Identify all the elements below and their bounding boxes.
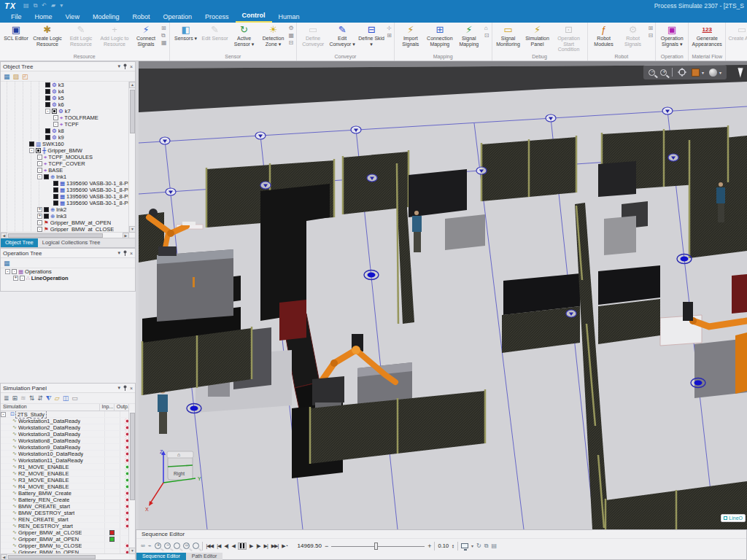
tree-expander[interactable]: + bbox=[13, 276, 18, 281]
object-tree[interactable]: ⚙k3⚙k4⚙k5⚙k6-⚙k7⌖TOOLFRAME⌖TCPF⚙k8⚙k9▥SW… bbox=[1, 82, 129, 233]
ribbon-small-icon[interactable]: ⊟ bbox=[649, 32, 654, 39]
close-icon[interactable]: × bbox=[130, 64, 133, 69]
gantt-zoom-selection-icon[interactable] bbox=[193, 542, 199, 549]
tree-checkbox[interactable] bbox=[44, 207, 49, 212]
ribbon-small-icon[interactable]: ⌂ bbox=[484, 25, 489, 31]
ribbon-button-create-logic-resource[interactable]: ✱Create Logic Resource bbox=[31, 23, 64, 47]
ribbon-button-signal-monitoring[interactable]: ▭Signal Monitoring bbox=[494, 23, 523, 47]
tree-checkbox[interactable] bbox=[53, 194, 58, 199]
step-forward-end-button[interactable]: ▶| bbox=[263, 543, 268, 549]
operation-floating-label[interactable]: LineO bbox=[721, 514, 746, 522]
tree-item-k4[interactable]: ⚙k4 bbox=[1, 88, 129, 95]
tree-item-tcpf-modules[interactable]: ⌖TCPF_MODULES bbox=[1, 154, 129, 160]
menu-tab-home[interactable]: Home bbox=[28, 12, 59, 23]
tree-checkbox[interactable] bbox=[53, 187, 58, 192]
chevron-down-icon[interactable]: ▾ bbox=[471, 543, 473, 548]
play-backward-button[interactable]: ◀ bbox=[231, 543, 236, 549]
jump-to-end-button[interactable]: ▶▶| bbox=[271, 543, 279, 549]
ribbon-small-icon[interactable]: ▦ bbox=[289, 32, 295, 39]
simulation-signal-list[interactable]: -⊡2TS_Study∿Workstation1_DataReady∿Works… bbox=[1, 411, 129, 554]
menu-tab-robot[interactable]: Robot bbox=[125, 12, 156, 23]
tree-checkbox[interactable] bbox=[45, 128, 50, 133]
gantt-zoom-out-icon[interactable]: − bbox=[164, 542, 171, 549]
quick-access-icon[interactable]: ⧉ bbox=[34, 2, 38, 9]
tree-item-toolframe[interactable]: ⌖TOOLFRAME bbox=[1, 114, 129, 121]
tree-item-swk160[interactable]: ▥SWK160 bbox=[1, 141, 129, 147]
tree-item-k3[interactable]: ⚙k3 bbox=[1, 82, 129, 88]
tree-item-gripper-bmw-at-open[interactable]: ⚑Gripper_BMW_at_OPEN bbox=[1, 219, 129, 226]
tree-expander[interactable]: + bbox=[37, 207, 42, 212]
tree-checkbox[interactable] bbox=[12, 269, 17, 274]
menu-tab-human[interactable]: Human bbox=[272, 12, 306, 23]
simulation-vscrollbar[interactable]: ▼ bbox=[128, 411, 135, 554]
speed-slider-thumb[interactable] bbox=[374, 542, 378, 550]
chevron-down-icon[interactable]: ▾ bbox=[702, 70, 704, 75]
step-backward-button[interactable]: ◀| bbox=[223, 543, 228, 549]
tree-checkbox[interactable] bbox=[29, 141, 34, 147]
tree-checkbox[interactable] bbox=[45, 96, 50, 101]
export-icon[interactable]: ⧉ bbox=[484, 542, 489, 550]
tab-object-tree[interactable]: Object Tree bbox=[1, 238, 38, 247]
tree-checkbox[interactable] bbox=[53, 181, 58, 186]
refresh-icon[interactable]: ↻ bbox=[476, 542, 481, 549]
ribbon-button-connection-mapping[interactable]: ⊞Connection Mapping bbox=[425, 23, 454, 47]
ribbon-button-sensors[interactable]: ◧Sensors ▾ bbox=[171, 23, 201, 42]
panel-menu-icon[interactable]: ▾ bbox=[117, 385, 120, 391]
tree-expander[interactable]: - bbox=[29, 148, 34, 153]
chevron-down-icon[interactable]: ▾ bbox=[719, 70, 721, 75]
tree-item-1395690-vasb-30-1-8-pur[interactable]: ▦1395690 VASB-30-1_8-PUR- bbox=[1, 193, 129, 200]
tree-item-lnk1[interactable]: -⊕lnk1 bbox=[1, 174, 129, 180]
ribbon-button-simulation-panel[interactable]: ⚡Simulation Panel bbox=[523, 23, 552, 47]
ribbon-button-detection-zone[interactable]: ☀Detection Zone ▾ bbox=[259, 23, 288, 47]
menu-tab-modeling[interactable]: Modeling bbox=[86, 12, 126, 23]
tree-checkbox[interactable] bbox=[53, 122, 58, 127]
panel-tool-icon[interactable]: ≣ bbox=[4, 394, 9, 402]
tree-checkbox[interactable] bbox=[45, 89, 50, 94]
menu-tab-control[interactable]: Control bbox=[236, 10, 272, 23]
time-step-spinner[interactable]: ▲▼ bbox=[452, 544, 454, 548]
unlink-intervals-icon[interactable]: ⌁ bbox=[148, 542, 152, 549]
tree-checkbox[interactable] bbox=[53, 201, 58, 206]
tree-checkbox[interactable] bbox=[52, 109, 57, 114]
tree-item-lnk2[interactable]: +⊕lnk2 bbox=[1, 206, 129, 213]
tree-checkbox[interactable] bbox=[44, 174, 49, 179]
tree-checkbox[interactable] bbox=[45, 135, 50, 140]
tree-item-operations[interactable]: -▦Operations bbox=[1, 268, 135, 275]
ribbon-small-icon[interactable]: ⧉ bbox=[161, 32, 167, 39]
panel-tool-icon[interactable]: ▱ bbox=[55, 394, 60, 402]
tree-item-tcpf-cover[interactable]: ⌖TCPF_COVER bbox=[1, 160, 129, 167]
tree-checkbox[interactable] bbox=[37, 220, 42, 225]
column-simulation[interactable]: Simulation bbox=[1, 404, 100, 411]
tree-item-1395690-vasb-30-1-8-pur[interactable]: ▦1395690 VASB-30-1_8-PUR- bbox=[1, 180, 129, 187]
tree-expander[interactable]: - bbox=[37, 174, 42, 179]
ribbon-button-robot-modules[interactable]: ƒRobot Modules bbox=[589, 23, 619, 47]
object-tree-hscrollbar[interactable]: ◀ ▶ bbox=[1, 232, 129, 238]
tree-checkbox[interactable] bbox=[37, 161, 42, 166]
panel-menu-icon[interactable]: ▾ bbox=[117, 63, 120, 69]
panel-tool-icon[interactable]: ▭ bbox=[71, 394, 78, 402]
panel-tool-icon[interactable]: ⊞ bbox=[12, 394, 18, 402]
tree-item-base[interactable]: ⌖BASE bbox=[1, 167, 129, 174]
tree-item-k8[interactable]: ⚙k8 bbox=[1, 128, 129, 134]
tree-checkbox[interactable] bbox=[53, 115, 58, 120]
ribbon-small-icon[interactable]: ⚙ bbox=[289, 25, 295, 31]
quick-access-icon[interactable]: ▤ bbox=[23, 2, 29, 9]
jump-to-start-button[interactable]: |◀◀ bbox=[206, 543, 214, 549]
panel-tool-icon[interactable]: ◰ bbox=[22, 72, 28, 81]
ribbon-small-icon[interactable]: ⊞ bbox=[387, 32, 392, 39]
panel-tool-icon[interactable]: ≋ bbox=[20, 394, 26, 402]
view-cube-icon[interactable] bbox=[692, 69, 700, 77]
ribbon-button-signal-mapping[interactable]: ⚡Signal Mapping bbox=[454, 23, 484, 47]
ribbon-button-generate-appearances[interactable]: 123Generate Appearances bbox=[690, 23, 724, 47]
tab-logical-collections-tree[interactable]: Logical Collections Tree bbox=[38, 238, 105, 247]
quick-access-toolbar[interactable]: ▤⧉↶▰▾ bbox=[23, 2, 63, 9]
tree-item-k7[interactable]: -⚙k7 bbox=[1, 108, 129, 114]
pin-icon[interactable] bbox=[123, 385, 127, 392]
tree-item-lnk3[interactable]: +⊕lnk3 bbox=[1, 213, 129, 219]
tree-checkbox[interactable] bbox=[37, 168, 42, 173]
ribbon-small-icon[interactable]: ▦ bbox=[161, 39, 167, 46]
pin-icon[interactable] bbox=[123, 250, 127, 257]
close-icon[interactable]: × bbox=[130, 386, 133, 391]
ribbon-button-import-signals[interactable]: ⚡Import Signals bbox=[396, 23, 425, 47]
step-forward-button[interactable]: |▶ bbox=[255, 543, 260, 549]
